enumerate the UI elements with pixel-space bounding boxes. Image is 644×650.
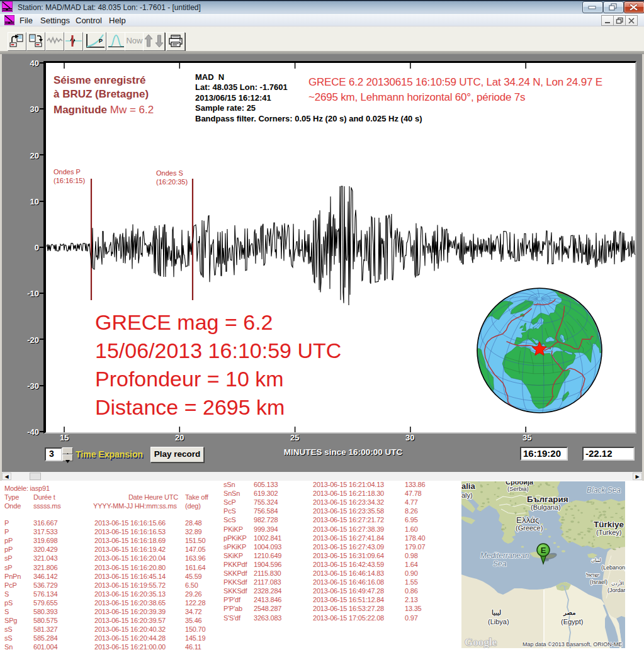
svg-text:България: България [527, 495, 568, 504]
svg-text:مصر: مصر [563, 609, 576, 617]
svg-text:P: P [99, 38, 103, 44]
svg-text:Google: Google [465, 636, 497, 648]
svg-text:(Egypt): (Egypt) [561, 618, 583, 625]
svg-text:E: E [541, 546, 546, 555]
svg-text:(Jordan): (Jordan) [607, 587, 625, 593]
svg-text:الأردن: الأردن [611, 580, 624, 586]
svg-text:Ελλάς: Ελλάς [516, 515, 539, 525]
svg-text:Mediterranean: Mediterranean [480, 551, 529, 560]
svg-text:ישראל: ישראל [586, 573, 599, 578]
svg-text:لبنان: لبنان [591, 558, 601, 563]
svg-text:Black Sea: Black Sea [587, 486, 621, 495]
svg-text:alia: alia [461, 481, 475, 491]
svg-text:(Bulgaria): (Bulgaria) [531, 503, 561, 511]
svg-text:(Libya): (Libya) [488, 618, 509, 625]
svg-text:ليبيا: ليبيا [492, 609, 501, 617]
svg-text:Türkiye: Türkiye [594, 520, 624, 529]
svg-text:aly): aly) [461, 491, 473, 499]
svg-text:(Israel): (Israel) [590, 579, 607, 585]
svg-text:(Greece): (Greece) [516, 524, 543, 532]
svg-text:(Lebanon): (Lebanon) [601, 564, 625, 571]
svg-text:Map data ©2013 Basarsoft, ORIO: Map data ©2013 Basarsoft, ORION-ME [523, 641, 622, 647]
svg-text:(Turkey): (Turkey) [596, 529, 622, 536]
svg-text:Sea: Sea [493, 559, 507, 568]
svg-text:(Serbia): (Serbia) [507, 485, 529, 492]
